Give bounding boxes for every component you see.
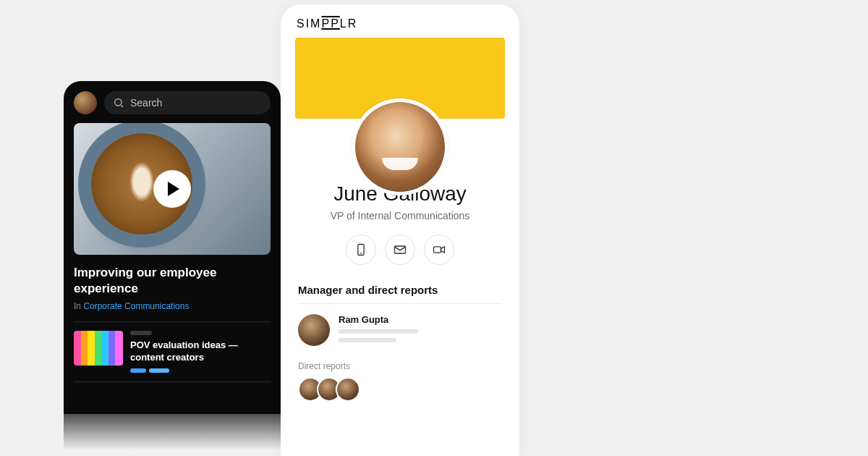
phone-icon bbox=[354, 242, 368, 257]
svg-point-0 bbox=[115, 99, 122, 106]
profile-role: VP of Internal Communications bbox=[281, 210, 519, 221]
contact-row bbox=[281, 235, 519, 265]
feed-header: Search bbox=[64, 81, 281, 123]
direct-reports-label: Direct reports bbox=[281, 350, 519, 377]
feed-card: Search Improving our employee experience… bbox=[64, 81, 281, 456]
feed-hero-category-link[interactable]: Corporate Communications bbox=[83, 301, 189, 311]
svg-rect-4 bbox=[395, 246, 406, 253]
svg-marker-6 bbox=[441, 247, 445, 253]
search-icon bbox=[113, 97, 124, 109]
brand-logo: SIMPPLR bbox=[281, 4, 519, 38]
phone-button[interactable] bbox=[346, 235, 376, 265]
divider bbox=[74, 381, 271, 382]
feed-reflection: 8 Cardinal rules of running a virtual me… bbox=[64, 414, 281, 456]
tag-pill bbox=[130, 368, 146, 373]
section-title-manager: Manager and direct reports bbox=[281, 265, 519, 303]
feed-hero-title[interactable]: Improving our employee experience bbox=[64, 255, 281, 301]
svg-rect-5 bbox=[434, 247, 441, 253]
feed-item-title: POV evaluation ideas — content creators bbox=[130, 339, 271, 364]
manager-name: Ram Gupta bbox=[339, 314, 418, 325]
search-placeholder: Search bbox=[130, 97, 162, 109]
email-icon bbox=[393, 242, 407, 257]
svg-line-1 bbox=[121, 105, 123, 107]
manager-row[interactable]: Ram Gupta bbox=[281, 304, 519, 350]
feed-item[interactable]: POV evaluation ideas — content creators bbox=[64, 322, 281, 381]
video-button[interactable] bbox=[424, 235, 454, 265]
avatar bbox=[336, 377, 360, 402]
skeleton-line bbox=[130, 331, 152, 335]
feed-item-thumb bbox=[74, 331, 123, 366]
tag-pill bbox=[149, 368, 169, 373]
skeleton-line bbox=[339, 329, 418, 334]
profile-avatar[interactable] bbox=[352, 98, 448, 195]
email-button[interactable] bbox=[385, 235, 415, 265]
feed-hero-media[interactable] bbox=[74, 123, 271, 255]
avatar bbox=[298, 314, 330, 346]
play-icon[interactable] bbox=[153, 170, 191, 208]
skeleton-line bbox=[339, 338, 396, 342]
direct-reports-row[interactable] bbox=[281, 377, 519, 402]
feed-hero-meta: In Corporate Communications bbox=[64, 301, 281, 321]
video-icon bbox=[432, 242, 446, 257]
profile-card: SIMPPLR June Galloway VP of Internal Com… bbox=[281, 4, 519, 456]
avatar[interactable] bbox=[74, 91, 97, 114]
search-input[interactable]: Search bbox=[104, 91, 271, 114]
